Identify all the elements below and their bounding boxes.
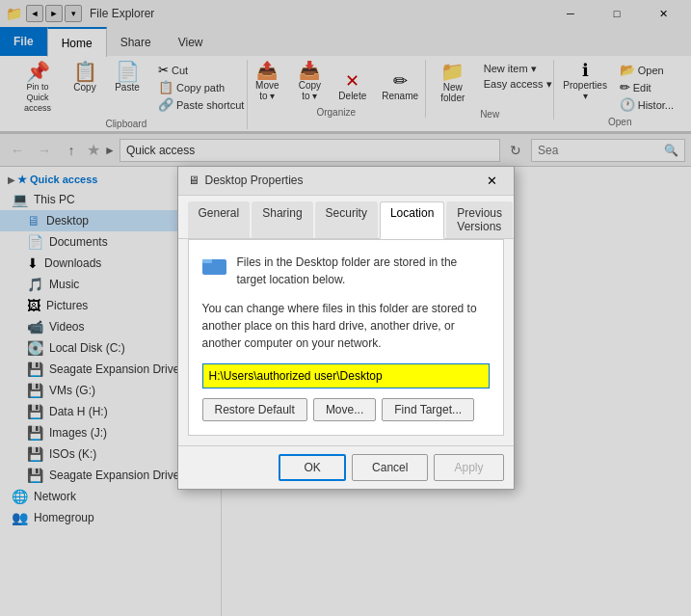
dialog-action-buttons: Restore Default Move... Find Target... [202,398,490,421]
restore-default-button[interactable]: Restore Default [202,398,307,421]
apply-button[interactable]: Apply [434,454,503,481]
dialog-description: You can change where files in this folde… [202,300,490,352]
dialog-close-button[interactable]: ✕ [481,169,504,192]
tab-sharing[interactable]: Sharing [252,201,312,238]
cancel-button[interactable]: Cancel [352,454,428,481]
tab-security[interactable]: Security [315,201,378,238]
tab-general[interactable]: General [188,201,251,238]
tab-previous-versions[interactable]: Previous Versions [446,201,513,238]
dialog-folder-icon [202,255,227,281]
svg-rect-1 [202,259,212,263]
dialog-info-block: Files in the Desktop folder are stored i… [202,254,490,288]
dialog-body: Files in the Desktop folder are stored i… [188,239,504,436]
dialog-tabs: General Sharing Security Location Previo… [178,196,514,239]
path-input[interactable] [202,363,490,388]
dialog-title-label: Desktop Properties [205,174,304,187]
tab-location[interactable]: Location [380,201,444,239]
dialog-title-bar: 🖥 Desktop Properties ✕ [178,167,514,196]
desktop-properties-dialog: 🖥 Desktop Properties ✕ General Sharing S… [177,166,515,490]
dialog-title-icon: 🖥 [188,174,199,187]
dialog-info-text: Files in the Desktop folder are stored i… [237,254,490,288]
dialog-footer: OK Cancel Apply [178,445,514,489]
dialog-overlay: 🖥 Desktop Properties ✕ General Sharing S… [0,0,691,616]
ok-button[interactable]: OK [279,454,346,481]
dialog-title-text: 🖥 Desktop Properties [188,174,304,187]
find-target-button[interactable]: Find Target... [382,398,474,421]
move-button[interactable]: Move... [313,398,376,421]
